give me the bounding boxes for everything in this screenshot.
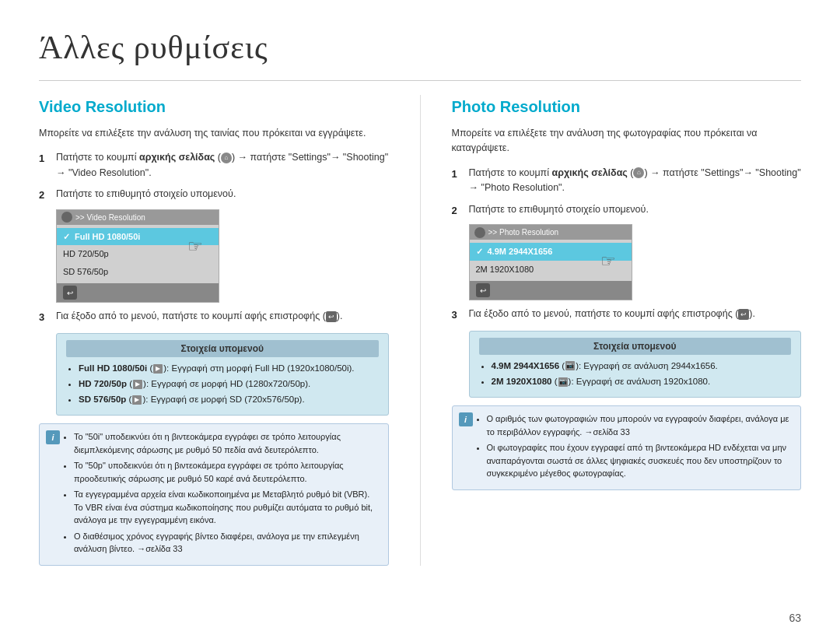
- photo-resolution-title: Photo Resolution: [452, 95, 802, 118]
- video-row-fullhd: ✓ Full HD 1080/50i: [57, 228, 219, 246]
- photo-screen-bottom: ↩: [470, 281, 632, 300]
- photo-step3-text: Για έξοδο από το μενού, πατήστε το κουμπ…: [469, 307, 755, 321]
- video-submenu-title: Στοιχεία υπομενού: [66, 340, 379, 357]
- video-submenu-list: Full HD 1080/50i (▶): Εγγραφή στη μορφή …: [66, 362, 379, 407]
- video-note-box: i Το "50i" υποδεικνύει ότι η βιντεοκάμερ…: [39, 423, 389, 566]
- video-note-3: Τα εγγεγραμμένα αρχεία είναι κωδικοποιημ…: [74, 488, 379, 527]
- video-screen-topbar: >> Video Resolution: [57, 210, 219, 225]
- photo-submenu-item-2: 2M 1920X1080 (📷): Εγγραφή σε ανάλυση 192…: [492, 375, 792, 388]
- video-step1-num: 1: [39, 151, 50, 167]
- video-step1: 1 Πατήστε το κουμπί αρχικής σελίδας (⌂) …: [39, 150, 389, 181]
- photo-submenu-title: Στοιχεία υπομενού: [479, 338, 792, 355]
- video-resolution-section: Video Resolution Μπορείτε να επιλέξετε τ…: [39, 95, 389, 566]
- photo-screen-body: ✓ 4.9M 2944X1656 2M 1920X1080: [470, 240, 632, 281]
- page-title: Άλλες ρυθμίσεις: [39, 23, 801, 81]
- photo-note-2: Οι φωτογραφίες που έχουν εγγραφεί από τη…: [487, 441, 792, 480]
- video-submenu-item-3: SD 576/50p (▶): Εγγραφή σε μορφή SD (720…: [79, 393, 379, 406]
- video-row-hd-label: HD 720/50p: [63, 247, 109, 261]
- photo-note-box: i Ο αριθμός των φωτογραφιών που μπορούν …: [452, 405, 802, 490]
- photo-row-2m-label: 2M 1920X1080: [476, 263, 534, 276]
- photo-step1-num: 1: [452, 167, 463, 182]
- photo-step2: 2 Πατήστε το επιθυμητό στοιχείο υπομενού…: [452, 202, 802, 219]
- photo-note-list: Ο αριθμός των φωτογραφιών που μπορούν να…: [476, 412, 792, 480]
- video-step3-num: 3: [39, 310, 50, 325]
- video-camera-icon: [61, 212, 72, 223]
- photo-screen-mockup: >> Photo Resolution ✓ 4.9M 2944X1656 2M …: [469, 224, 632, 300]
- photo-back-button: ↩: [476, 283, 490, 297]
- video-screen-label: >> Video Resolution: [75, 212, 145, 223]
- video-step3-text: Για έξοδο από το μενού, πατήστε το κουμπ…: [56, 309, 342, 324]
- photo-row-2m: 2M 1920X1080: [470, 261, 632, 279]
- video-note-2: Το "50p" υποδεικνύει ότι η βιντεοκάμερα …: [74, 459, 379, 485]
- photo-note-1: Ο αριθμός των φωτογραφιών που μπορούν να…: [487, 412, 792, 438]
- check-icon: ✓: [63, 230, 70, 244]
- photo-step2-num: 2: [452, 203, 463, 219]
- video-row-fullhd-label: Full HD 1080/50i: [75, 230, 140, 244]
- photo-camera-icon: [474, 227, 485, 238]
- photo-screen-label: >> Photo Resolution: [488, 226, 559, 238]
- video-screen-body: ✓ Full HD 1080/50i HD 720/50p SD 576/50p: [57, 225, 219, 284]
- video-step3: 3 Για έξοδο από το μενού, πατήστε το κου…: [39, 309, 389, 325]
- photo-submenu-list: 4.9M 2944X1656 (📷): Εγγραφή σε ανάλυση 2…: [479, 360, 792, 389]
- column-divider: [420, 95, 421, 566]
- photo-submenu-item-1: 4.9M 2944X1656 (📷): Εγγραφή σε ανάλυση 2…: [492, 360, 792, 373]
- video-note-1: Το "50i" υποδεικνύει ότι η βιντεοκάμερα …: [74, 430, 379, 456]
- video-step1-text: Πατήστε το κουμπί αρχικής σελίδας (⌂) → …: [56, 150, 389, 181]
- video-screen-mockup: >> Video Resolution ✓ Full HD 1080/50i H…: [56, 209, 219, 303]
- video-step2: 2 Πατήστε το επιθυμητό στοιχείο υπομενού…: [39, 187, 389, 203]
- photo-step2-text: Πατήστε το επιθυμητό στοιχείο υπομενού.: [469, 202, 649, 217]
- photo-check-icon: ✓: [476, 245, 483, 258]
- video-submenu-item-2: HD 720/50p (▶): Εγγραφή σε μορφή HD (128…: [79, 377, 379, 391]
- video-step2-text: Πατήστε το επιθυμητό στοιχείο υπομενού.: [56, 187, 236, 202]
- video-submenu-item-1: Full HD 1080/50i (▶): Εγγραφή στη μορφή …: [79, 362, 379, 375]
- photo-step3-num: 3: [452, 307, 463, 323]
- photo-step1-text: Πατήστε το κουμπί αρχικής σελίδας (⌂) → …: [469, 166, 802, 196]
- video-submenu-box: Στοιχεία υπομενού Full HD 1080/50i (▶): …: [56, 333, 389, 416]
- video-row-sd-label: SD 576/50p: [63, 265, 108, 279]
- video-intro-text: Μπορείτε να επιλέξετε την ανάλυση της τα…: [39, 126, 389, 141]
- video-step2-num: 2: [39, 188, 50, 203]
- video-note-list: Το "50i" υποδεικνύει ότι η βιντεοκάμερα …: [63, 430, 379, 556]
- video-resolution-title: Video Resolution: [39, 95, 389, 118]
- photo-row-49m-label: 4.9M 2944X1656: [488, 245, 553, 258]
- photo-step1: 1 Πατήστε το κουμπί αρχικής σελίδας (⌂) …: [452, 166, 802, 196]
- photo-screen-topbar: >> Photo Resolution: [470, 225, 632, 240]
- photo-submenu-box: Στοιχεία υπομενού 4.9M 2944X1656 (📷): Εγ…: [469, 331, 802, 398]
- photo-intro-text: Μπορείτε να επιλέξετε την ανάλυση της φω…: [452, 126, 802, 156]
- photo-note-icon: i: [459, 412, 473, 426]
- video-screen-bottom: ↩: [57, 283, 219, 302]
- note-icon: i: [46, 430, 60, 444]
- photo-step3: 3 Για έξοδο από το μενού, πατήστε το κου…: [452, 307, 802, 323]
- video-back-button: ↩: [63, 286, 77, 300]
- photo-resolution-section: Photo Resolution Μπορείτε να επιλέξετε τ…: [452, 95, 802, 566]
- photo-row-49m: ✓ 4.9M 2944X1656: [470, 243, 632, 261]
- video-note-4: Ο διαθέσιμος χρόνος εγγραφής βίντεο διαφ…: [74, 530, 379, 556]
- video-row-hd: HD 720/50p: [57, 245, 219, 263]
- page-number: 63: [789, 610, 801, 626]
- video-row-sd: SD 576/50p: [57, 263, 219, 281]
